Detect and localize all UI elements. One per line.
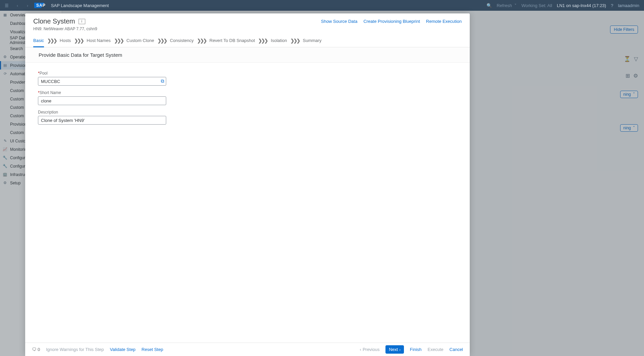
chevron-right-icon: ❯❯❯ xyxy=(258,38,267,43)
short-name-input[interactable] xyxy=(38,96,166,105)
app-title: SAP Landscape Management xyxy=(51,3,109,8)
chevron-left-icon: ‹ xyxy=(360,347,361,352)
dialog-title: Clone System xyxy=(33,17,75,25)
working-set-label[interactable]: Working Set: All xyxy=(521,3,552,8)
create-blueprint-link[interactable]: Create Provisioning Blueprint xyxy=(363,19,420,24)
chevron-right-icon: ❯❯❯ xyxy=(47,38,56,43)
step-basic[interactable]: Basic xyxy=(33,38,44,47)
chevron-right-icon: ❯❯❯ xyxy=(114,38,123,43)
previous-button: ‹Previous xyxy=(360,347,380,352)
message-indicator[interactable]: 🗨 0 xyxy=(32,347,40,352)
message-count: 0 xyxy=(38,347,40,352)
short-name-label: *Short Name xyxy=(38,90,166,95)
shell-bar: ☰ ‹ › SAP SAP Landscape Management 🔍 Ref… xyxy=(0,0,644,11)
menu-icon[interactable]: ☰ xyxy=(3,3,11,8)
cancel-button[interactable]: Cancel xyxy=(450,347,463,352)
step-consistency[interactable]: Consistency xyxy=(170,38,194,43)
description-label: Description xyxy=(38,110,166,115)
remote-execution-link[interactable]: Remote Execution xyxy=(426,19,462,24)
step-revert[interactable]: Revert To DB Snapshot xyxy=(210,38,255,43)
show-source-data-link[interactable]: Show Source Data xyxy=(321,19,357,24)
reset-step-link[interactable]: Reset Step xyxy=(142,347,163,352)
help-icon[interactable]: ? xyxy=(611,3,613,8)
ignore-warnings-link: Ignore Warnings for This Step xyxy=(46,347,104,352)
clone-system-dialog: Clone System i Show Source Data Create P… xyxy=(25,13,470,356)
execute-button: Execute xyxy=(428,347,444,352)
next-button[interactable]: Next› xyxy=(385,345,404,354)
refresh-button[interactable]: Refresh ˅ xyxy=(497,3,517,8)
dialog-footer: 🗨 0 Ignore Warnings for This Step Valida… xyxy=(25,343,470,356)
chevron-right-icon: ❯❯❯ xyxy=(157,38,167,43)
search-icon[interactable]: 🔍 xyxy=(487,3,492,8)
chevron-right-icon: ❯❯❯ xyxy=(197,38,206,43)
info-button[interactable]: i xyxy=(79,19,85,24)
finish-button[interactable]: Finish xyxy=(410,347,422,352)
value-help-icon[interactable]: ⧉ xyxy=(161,78,164,84)
dialog-subtitle: HN9: NetWeaver ABAP 7.77, cshn9 xyxy=(33,27,462,31)
pool-label: *Pool xyxy=(38,71,166,76)
step-custom-clone[interactable]: Custom Clone xyxy=(127,38,154,43)
basic-form: *Pool ⧉ *Short Name Description xyxy=(25,63,470,137)
nav-forward-icon[interactable]: › xyxy=(24,3,31,8)
description-input[interactable] xyxy=(38,116,166,125)
nav-back-icon[interactable]: ‹ xyxy=(14,3,21,8)
step-summary[interactable]: Summary xyxy=(303,38,322,43)
section-title: Provide Basic Data for Target System xyxy=(25,47,470,63)
validate-step-link[interactable]: Validate Step xyxy=(110,347,135,352)
wizard-steps: Basic ❯❯❯ Hosts ❯❯❯ Host Names ❯❯❯ Custo… xyxy=(25,34,470,47)
host-label: LN1 on sap-lnx44 (17:23) xyxy=(557,3,606,8)
message-icon: 🗨 xyxy=(32,347,36,352)
chevron-right-icon: › xyxy=(399,348,401,352)
chevron-right-icon: ❯❯❯ xyxy=(74,38,83,43)
chevron-right-icon: ❯❯❯ xyxy=(290,38,300,43)
sap-logo: SAP xyxy=(34,3,48,8)
step-isolation[interactable]: Isolation xyxy=(271,38,287,43)
step-hosts[interactable]: Hosts xyxy=(60,38,71,43)
step-host-names[interactable]: Host Names xyxy=(87,38,111,43)
user-label[interactable]: lamaadmin xyxy=(618,3,639,8)
pool-input[interactable] xyxy=(38,77,166,86)
